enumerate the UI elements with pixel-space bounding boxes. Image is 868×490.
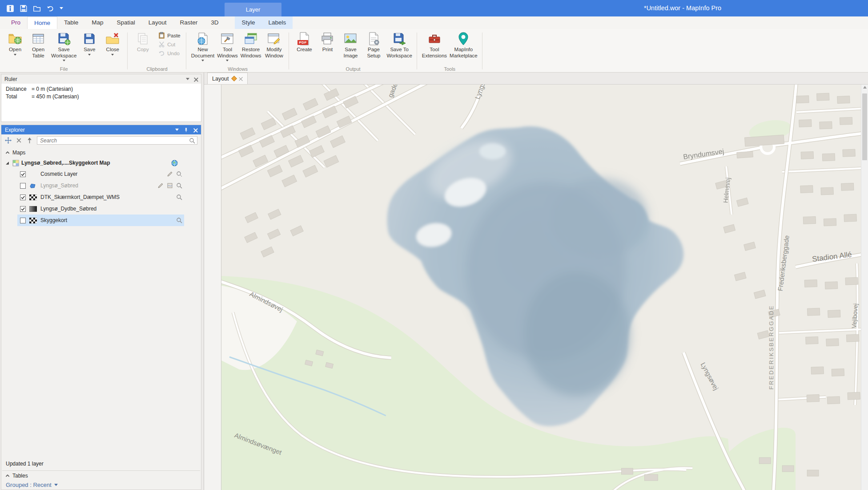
- tab-raster[interactable]: Raster: [173, 16, 204, 29]
- copy-label: Copy: [137, 47, 149, 53]
- ruler-close-icon[interactable]: [194, 77, 198, 81]
- page-setup-button[interactable]: Page Setup: [362, 31, 385, 60]
- save-icon: [82, 32, 96, 46]
- tab-spatial[interactable]: Spatial: [110, 16, 142, 29]
- layer-row-lyngso-sobred[interactable]: Lyngsø_Søbred: [17, 180, 184, 191]
- explorer-close-icon[interactable]: [193, 128, 197, 132]
- app-logo-icon[interactable]: [6, 4, 14, 12]
- explorer-menu-icon[interactable]: [175, 129, 179, 131]
- new-document-button[interactable]: New Document: [190, 31, 216, 62]
- search-icon[interactable]: [189, 138, 195, 144]
- tool-extensions-button[interactable]: Tool Extensions: [421, 31, 448, 60]
- layer-label[interactable]: Lyngsø_Dydbe_Søbred: [40, 206, 96, 212]
- section-maps[interactable]: Maps: [1, 148, 201, 158]
- tab-layout[interactable]: Layout: [142, 16, 173, 29]
- vertical-scrollbar[interactable]: [861, 85, 868, 490]
- tab-map[interactable]: Map: [85, 16, 110, 29]
- marketplace-button[interactable]: MapInfo Marketplace: [448, 31, 479, 60]
- layer-checkbox[interactable]: [20, 171, 26, 177]
- tab-labels[interactable]: Labels: [261, 16, 293, 29]
- ruler-panel-body: Distance = 0 m (Cartesian) Total = 450 m…: [1, 84, 201, 103]
- layer-row-dtk-wms[interactable]: DTK_Skærmkort_Dæmpet_WMS: [17, 191, 184, 203]
- print-button[interactable]: Print: [316, 31, 339, 54]
- globe-icon[interactable]: [171, 160, 178, 166]
- map-canvas[interactable]: gade Lyngsø Bryndumsvej Helmsvej Frederi…: [221, 85, 861, 490]
- zoom-layering-icon[interactable]: [176, 182, 182, 189]
- style-swatch-icon[interactable]: [167, 182, 173, 189]
- layer-row-cosmetic[interactable]: Cosmetic Layer: [17, 168, 184, 180]
- map-node-label[interactable]: Lyngsø_Søbred,....Skyggekort Map: [21, 160, 110, 166]
- layer-row-dydbe[interactable]: Lyngsø_Dydbe_Søbred: [17, 203, 184, 215]
- explorer-toolbar: [1, 134, 201, 146]
- explorer-pin-icon[interactable]: [184, 127, 189, 133]
- zoom-layering-icon[interactable]: [176, 194, 182, 200]
- document-tab-bar: Layout: [204, 73, 868, 85]
- tab-table[interactable]: Table: [57, 16, 85, 29]
- layer-label[interactable]: Skyggekort: [40, 217, 67, 223]
- document-area: Layout: [204, 73, 868, 490]
- qat-undo-icon[interactable]: [46, 4, 54, 12]
- create-button[interactable]: PDF Create: [293, 31, 316, 54]
- layer-checkbox[interactable]: [20, 218, 26, 223]
- ruler-menu-icon[interactable]: [186, 78, 189, 80]
- map-window-icon: [12, 160, 19, 166]
- tree-expander-icon[interactable]: [5, 161, 10, 166]
- scrollbar-up-arrow[interactable]: [863, 86, 867, 89]
- scrollbar-thumb[interactable]: [862, 93, 867, 160]
- explorer-up-icon[interactable]: [26, 137, 33, 144]
- qat-open-icon[interactable]: [33, 4, 41, 12]
- layer-checkbox[interactable]: [20, 183, 26, 189]
- ribbon-group-output: PDF Create Print Save Image Page Setup: [289, 29, 417, 72]
- save-workspace-label: Save Workspace: [51, 47, 76, 59]
- create-pdf-icon: PDF: [297, 32, 311, 46]
- layer-label[interactable]: Lyngsø_Søbred: [40, 182, 78, 189]
- tab-pro[interactable]: Pro: [4, 16, 27, 29]
- explorer-title: Explorer: [5, 127, 25, 133]
- save-to-workspace-button[interactable]: Save To Workspace: [385, 31, 413, 60]
- map-frame[interactable]: gade Lyngsø Bryndumsvej Helmsvej Frederi…: [221, 85, 861, 490]
- save-image-icon: [343, 32, 358, 46]
- undo-button[interactable]: Undo: [156, 49, 182, 57]
- ribbon-group-file: Open Open Table Save Workspace Save: [0, 29, 128, 72]
- section-tables[interactable]: Tables: [1, 471, 201, 480]
- explorer-remove-icon[interactable]: [16, 137, 22, 144]
- zoom-layering-icon[interactable]: [176, 217, 182, 223]
- layer-label[interactable]: DTK_Skærmkort_Dæmpet_WMS: [40, 194, 120, 200]
- explorer-header[interactable]: Explorer: [1, 125, 201, 134]
- qat-dropdown-caret-icon[interactable]: [60, 7, 63, 9]
- copy-button[interactable]: Copy: [131, 31, 154, 57]
- explorer-move-icon[interactable]: [5, 137, 12, 144]
- zoom-layering-icon[interactable]: [176, 171, 182, 177]
- restore-windows-button[interactable]: Restore Windows: [239, 31, 263, 60]
- qat-save-icon[interactable]: [20, 4, 28, 12]
- save-button[interactable]: Save: [78, 31, 101, 57]
- cut-button[interactable]: Cut: [156, 40, 182, 48]
- close-button[interactable]: Close: [101, 31, 124, 57]
- tab-close-icon[interactable]: [239, 77, 243, 81]
- ruler-panel-header[interactable]: Ruler: [1, 74, 201, 84]
- layer-row-skyggekort[interactable]: Skyggekort: [17, 215, 184, 226]
- modify-window-button[interactable]: Modify Window: [262, 31, 285, 60]
- tab-style[interactable]: Style: [235, 16, 261, 29]
- layout-viewport[interactable]: gade Lyngsø Bryndumsvej Helmsvej Frederi…: [204, 85, 868, 490]
- print-label: Print: [322, 47, 333, 53]
- grouping-selector[interactable]: Grouped : Recent: [1, 480, 201, 489]
- map-node[interactable]: Lyngsø_Søbred,....Skyggekort Map: [1, 158, 201, 168]
- document-tab-layout[interactable]: Layout: [207, 73, 248, 84]
- tool-windows-button[interactable]: Tool Windows: [216, 31, 239, 62]
- print-icon: [320, 32, 334, 46]
- edit-pencil-icon[interactable]: [157, 182, 164, 189]
- tab-home[interactable]: Home: [27, 16, 57, 29]
- layer-checkbox[interactable]: [20, 194, 26, 200]
- save-image-button[interactable]: Save Image: [339, 31, 362, 60]
- marketplace-pin-icon: [456, 32, 470, 46]
- search-input[interactable]: [37, 137, 189, 144]
- save-workspace-button[interactable]: Save Workspace: [50, 31, 78, 62]
- paste-button[interactable]: Paste: [156, 32, 182, 39]
- layer-checkbox[interactable]: [20, 206, 26, 212]
- open-table-button[interactable]: Open Table: [27, 31, 50, 60]
- edit-pencil-icon[interactable]: [167, 171, 173, 177]
- layer-label[interactable]: Cosmetic Layer: [40, 171, 77, 177]
- open-button[interactable]: Open: [4, 31, 27, 57]
- tab-3d[interactable]: 3D: [204, 16, 225, 29]
